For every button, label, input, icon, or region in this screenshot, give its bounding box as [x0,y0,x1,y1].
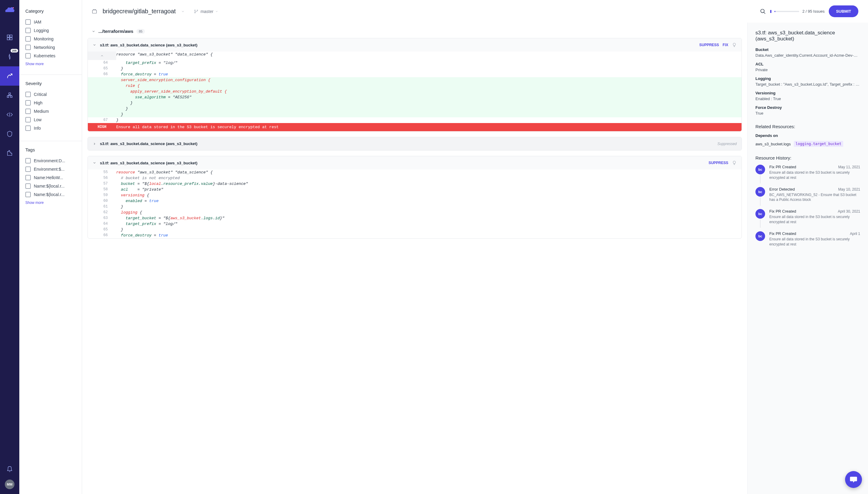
filter-option[interactable]: Name:HelloW... [25,173,76,182]
brand-logo[interactable] [4,5,15,16]
user-avatar[interactable]: MM [5,479,15,489]
group-count: 85 [136,29,145,34]
detail-title: s3.tf: aws_s3_bucket.data_science (aws_s… [755,30,860,42]
issue-card: s3.tf: aws_s3_bucket.data_science (aws_s… [88,137,742,151]
topbar: bridgecrew/gitlab_terragoat master 2 / 9… [82,0,868,23]
svg-point-12 [761,9,764,13]
filter-option[interactable]: Environment:D... [25,156,76,165]
issue-header[interactable]: s3.tf: aws_s3_bucket.data_science (aws_s… [88,38,741,52]
divider [19,141,82,141]
depends-label: Depends on [755,133,860,138]
checkbox-icon [25,175,31,180]
checkbox-icon [25,19,31,25]
lightbulb-icon[interactable] [732,160,737,165]
checkbox-icon [25,36,31,42]
issue-title: s3.tf: aws_s3_bucket.data_science (aws_s… [100,141,714,146]
dependency-row[interactable]: aws_s3_bucket.logs logging.target_bucket [755,141,860,147]
history-item[interactable]: bc Fix PR CreatedMay 11, 2021Ensure all … [755,165,860,180]
svg-rect-5 [7,96,9,98]
filter-option[interactable]: Monitoring [25,35,76,43]
submit-button[interactable]: SUBMIT [829,5,858,17]
history-item[interactable]: bc Error DetectedMay 10, 2021BC_AWS_NETW… [755,187,860,203]
checkbox-icon [25,92,31,97]
filter-title-tags: Tags [25,147,76,152]
nav-resources[interactable] [0,86,19,105]
issue-card: s3.tf: aws_s3_bucket.data_science (aws_s… [88,156,742,239]
filter-option[interactable]: Networking [25,43,76,52]
issue-list: .../terraform/aws 85 s3.tf: aws_s3_bucke… [82,23,747,494]
nav-integrations[interactable] [0,144,19,163]
meta-label: Versioning [755,91,860,95]
checkbox-icon [25,53,31,58]
filter-option[interactable]: Environment:$... [25,165,76,173]
lightbulb-icon[interactable] [732,42,737,48]
filter-option[interactable]: IAM [25,18,76,26]
chevron-right-icon [93,142,96,146]
filter-sidebar: Category IAM Logging Monitoring Networki… [19,0,82,494]
filter-option[interactable]: Kubernetes [25,52,76,60]
checkbox-icon [25,117,31,122]
svg-rect-4 [10,38,12,40]
group-header[interactable]: .../terraform/aws 85 [88,23,742,38]
finding-message: Ensure all data stored in the S3 bucket … [116,123,741,131]
filter-option[interactable]: Name:${local.r... [25,182,76,190]
chevron-down-icon [93,161,96,165]
meta-value: Data.Aws_caller_identity.Current.Account… [755,53,860,58]
svg-rect-3 [7,38,10,40]
dependency-chip: logging.target_bucket [794,141,843,147]
nav-notifications[interactable] [0,466,19,472]
filter-option[interactable]: High [25,99,76,107]
history-icon: bc [755,165,765,174]
dependency-name: aws_s3_bucket.logs [755,142,791,146]
finding-banner: HIGH Ensure all data stored in the S3 bu… [88,123,741,131]
progress-fill [774,11,775,12]
nav-code[interactable] [0,105,19,124]
issue-card: s3.tf: aws_s3_bucket.data_science (aws_s… [88,38,742,132]
history-item[interactable]: bc Fix PR CreatedApril 1Ensure all data … [755,231,860,247]
repo-icon [92,9,97,14]
filter-option[interactable]: Low [25,115,76,124]
history-item[interactable]: bc Fix PR CreatedApril 30, 2021Ensure al… [755,209,860,225]
svg-rect-1 [7,35,10,37]
history-icon: bc [755,231,765,241]
suppress-button[interactable]: SUPPRESS [699,43,719,47]
timeline-line [760,197,760,206]
chevron-down-icon [215,10,218,13]
nav-dashboard[interactable] [0,28,19,47]
repo-title[interactable]: bridgecrew/gitlab_terragoat [103,8,176,15]
progress-indicator: 2 / 95 Issues [770,9,825,14]
search-icon[interactable] [760,8,766,15]
show-more-link[interactable]: Show more [25,62,76,66]
checkbox-icon [25,183,31,189]
code-block: resource "aws_s3_bucket" "data_science" … [88,52,741,131]
filter-option[interactable]: Critical [25,90,76,99]
filter-tags: Tags Environment:D... Environment:$... N… [25,147,76,205]
chat-launcher[interactable] [845,471,862,488]
nav-security[interactable] [0,124,19,144]
suppress-button[interactable]: SUPPRESS [709,161,728,165]
svg-point-0 [13,7,14,8]
svg-rect-6 [11,96,12,98]
show-more-link[interactable]: Show more [25,201,76,205]
history-icon: bc [755,209,765,218]
chevron-down-icon[interactable] [181,10,185,13]
detail-panel: s3.tf: aws_s3_bucket.data_science (aws_s… [747,23,868,494]
filter-title-severity: Severity [25,81,76,86]
collapse-toggle[interactable] [88,52,116,60]
branch-selector[interactable]: master [194,9,218,14]
issue-header[interactable]: s3.tf: aws_s3_bucket.data_science (aws_s… [88,156,741,170]
issue-header[interactable]: s3.tf: aws_s3_bucket.data_science (aws_s… [88,137,741,150]
timeline-line [760,175,760,183]
filter-category: Category IAM Logging Monitoring Networki… [25,8,76,66]
filter-title-category: Category [25,8,76,14]
svg-rect-2 [10,35,12,37]
nav-incidents[interactable]: 205 [0,47,19,66]
filter-option[interactable]: Info [25,124,76,132]
code-block: 55resource "aws_s3_bucket" "data_science… [88,170,741,238]
filter-option[interactable]: Medium [25,107,76,115]
filter-option[interactable]: Logging [25,26,76,35]
nav-projects[interactable] [0,66,19,86]
meta-label: Logging [755,76,860,81]
filter-option[interactable]: Name:${local.r... [25,190,76,199]
fix-button[interactable]: FIX [722,43,728,47]
